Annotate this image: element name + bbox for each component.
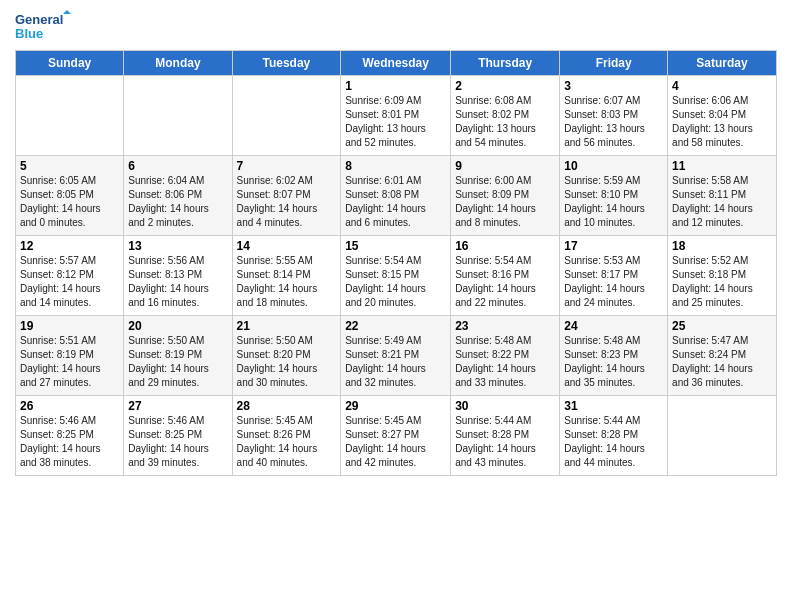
- day-info: Sunrise: 5:52 AMSunset: 8:18 PMDaylight:…: [672, 254, 772, 310]
- day-cell: 16Sunrise: 5:54 AMSunset: 8:16 PMDayligh…: [451, 236, 560, 316]
- day-info: Sunrise: 5:50 AMSunset: 8:20 PMDaylight:…: [237, 334, 337, 390]
- day-number: 12: [20, 239, 119, 253]
- day-cell: 25Sunrise: 5:47 AMSunset: 8:24 PMDayligh…: [668, 316, 777, 396]
- weekday-header-thursday: Thursday: [451, 51, 560, 76]
- svg-text:Blue: Blue: [15, 26, 43, 41]
- day-number: 23: [455, 319, 555, 333]
- day-cell: 10Sunrise: 5:59 AMSunset: 8:10 PMDayligh…: [560, 156, 668, 236]
- day-info: Sunrise: 6:09 AMSunset: 8:01 PMDaylight:…: [345, 94, 446, 150]
- day-number: 2: [455, 79, 555, 93]
- day-cell: 19Sunrise: 5:51 AMSunset: 8:19 PMDayligh…: [16, 316, 124, 396]
- day-number: 5: [20, 159, 119, 173]
- day-number: 15: [345, 239, 446, 253]
- logo: GeneralBlue: [15, 10, 75, 42]
- day-cell: 28Sunrise: 5:45 AMSunset: 8:26 PMDayligh…: [232, 396, 341, 476]
- day-info: Sunrise: 6:01 AMSunset: 8:08 PMDaylight:…: [345, 174, 446, 230]
- day-number: 27: [128, 399, 227, 413]
- day-cell: 13Sunrise: 5:56 AMSunset: 8:13 PMDayligh…: [124, 236, 232, 316]
- svg-text:General: General: [15, 12, 63, 27]
- day-number: 20: [128, 319, 227, 333]
- header: GeneralBlue: [15, 10, 777, 42]
- day-info: Sunrise: 5:54 AMSunset: 8:16 PMDaylight:…: [455, 254, 555, 310]
- week-row-4: 19Sunrise: 5:51 AMSunset: 8:19 PMDayligh…: [16, 316, 777, 396]
- day-number: 8: [345, 159, 446, 173]
- day-cell: [16, 76, 124, 156]
- day-cell: 9Sunrise: 6:00 AMSunset: 8:09 PMDaylight…: [451, 156, 560, 236]
- day-number: 9: [455, 159, 555, 173]
- day-info: Sunrise: 5:55 AMSunset: 8:14 PMDaylight:…: [237, 254, 337, 310]
- day-cell: 26Sunrise: 5:46 AMSunset: 8:25 PMDayligh…: [16, 396, 124, 476]
- day-info: Sunrise: 5:51 AMSunset: 8:19 PMDaylight:…: [20, 334, 119, 390]
- day-cell: 31Sunrise: 5:44 AMSunset: 8:28 PMDayligh…: [560, 396, 668, 476]
- day-cell: 14Sunrise: 5:55 AMSunset: 8:14 PMDayligh…: [232, 236, 341, 316]
- day-info: Sunrise: 5:57 AMSunset: 8:12 PMDaylight:…: [20, 254, 119, 310]
- day-info: Sunrise: 5:46 AMSunset: 8:25 PMDaylight:…: [128, 414, 227, 470]
- day-cell: 6Sunrise: 6:04 AMSunset: 8:06 PMDaylight…: [124, 156, 232, 236]
- day-cell: 20Sunrise: 5:50 AMSunset: 8:19 PMDayligh…: [124, 316, 232, 396]
- day-number: 26: [20, 399, 119, 413]
- day-cell: 30Sunrise: 5:44 AMSunset: 8:28 PMDayligh…: [451, 396, 560, 476]
- week-row-1: 1Sunrise: 6:09 AMSunset: 8:01 PMDaylight…: [16, 76, 777, 156]
- day-number: 17: [564, 239, 663, 253]
- day-cell: [124, 76, 232, 156]
- day-cell: 7Sunrise: 6:02 AMSunset: 8:07 PMDaylight…: [232, 156, 341, 236]
- day-number: 28: [237, 399, 337, 413]
- day-info: Sunrise: 5:56 AMSunset: 8:13 PMDaylight:…: [128, 254, 227, 310]
- day-cell: 17Sunrise: 5:53 AMSunset: 8:17 PMDayligh…: [560, 236, 668, 316]
- day-info: Sunrise: 5:53 AMSunset: 8:17 PMDaylight:…: [564, 254, 663, 310]
- day-cell: 23Sunrise: 5:48 AMSunset: 8:22 PMDayligh…: [451, 316, 560, 396]
- day-info: Sunrise: 5:50 AMSunset: 8:19 PMDaylight:…: [128, 334, 227, 390]
- day-cell: 5Sunrise: 6:05 AMSunset: 8:05 PMDaylight…: [16, 156, 124, 236]
- weekday-header-tuesday: Tuesday: [232, 51, 341, 76]
- day-info: Sunrise: 6:08 AMSunset: 8:02 PMDaylight:…: [455, 94, 555, 150]
- day-number: 11: [672, 159, 772, 173]
- day-info: Sunrise: 6:05 AMSunset: 8:05 PMDaylight:…: [20, 174, 119, 230]
- day-info: Sunrise: 6:04 AMSunset: 8:06 PMDaylight:…: [128, 174, 227, 230]
- day-number: 18: [672, 239, 772, 253]
- day-number: 16: [455, 239, 555, 253]
- day-cell: 3Sunrise: 6:07 AMSunset: 8:03 PMDaylight…: [560, 76, 668, 156]
- weekday-header-monday: Monday: [124, 51, 232, 76]
- day-cell: 2Sunrise: 6:08 AMSunset: 8:02 PMDaylight…: [451, 76, 560, 156]
- weekday-header-friday: Friday: [560, 51, 668, 76]
- day-number: 4: [672, 79, 772, 93]
- day-info: Sunrise: 5:46 AMSunset: 8:25 PMDaylight:…: [20, 414, 119, 470]
- day-cell: 22Sunrise: 5:49 AMSunset: 8:21 PMDayligh…: [341, 316, 451, 396]
- day-number: 14: [237, 239, 337, 253]
- day-number: 19: [20, 319, 119, 333]
- day-info: Sunrise: 5:45 AMSunset: 8:27 PMDaylight:…: [345, 414, 446, 470]
- weekday-header-row: SundayMondayTuesdayWednesdayThursdayFrid…: [16, 51, 777, 76]
- day-cell: 24Sunrise: 5:48 AMSunset: 8:23 PMDayligh…: [560, 316, 668, 396]
- day-cell: [668, 396, 777, 476]
- day-info: Sunrise: 6:00 AMSunset: 8:09 PMDaylight:…: [455, 174, 555, 230]
- weekday-header-saturday: Saturday: [668, 51, 777, 76]
- day-cell: 12Sunrise: 5:57 AMSunset: 8:12 PMDayligh…: [16, 236, 124, 316]
- day-info: Sunrise: 5:58 AMSunset: 8:11 PMDaylight:…: [672, 174, 772, 230]
- day-info: Sunrise: 6:06 AMSunset: 8:04 PMDaylight:…: [672, 94, 772, 150]
- day-info: Sunrise: 5:47 AMSunset: 8:24 PMDaylight:…: [672, 334, 772, 390]
- weekday-header-wednesday: Wednesday: [341, 51, 451, 76]
- day-number: 7: [237, 159, 337, 173]
- day-cell: 4Sunrise: 6:06 AMSunset: 8:04 PMDaylight…: [668, 76, 777, 156]
- day-number: 22: [345, 319, 446, 333]
- day-number: 25: [672, 319, 772, 333]
- generalblue-logo-icon: GeneralBlue: [15, 10, 75, 42]
- day-cell: 29Sunrise: 5:45 AMSunset: 8:27 PMDayligh…: [341, 396, 451, 476]
- day-info: Sunrise: 5:59 AMSunset: 8:10 PMDaylight:…: [564, 174, 663, 230]
- day-info: Sunrise: 5:45 AMSunset: 8:26 PMDaylight:…: [237, 414, 337, 470]
- day-number: 10: [564, 159, 663, 173]
- day-number: 3: [564, 79, 663, 93]
- day-number: 31: [564, 399, 663, 413]
- day-number: 1: [345, 79, 446, 93]
- day-info: Sunrise: 5:44 AMSunset: 8:28 PMDaylight:…: [564, 414, 663, 470]
- day-cell: [232, 76, 341, 156]
- day-cell: 8Sunrise: 6:01 AMSunset: 8:08 PMDaylight…: [341, 156, 451, 236]
- day-info: Sunrise: 6:02 AMSunset: 8:07 PMDaylight:…: [237, 174, 337, 230]
- week-row-3: 12Sunrise: 5:57 AMSunset: 8:12 PMDayligh…: [16, 236, 777, 316]
- day-cell: 27Sunrise: 5:46 AMSunset: 8:25 PMDayligh…: [124, 396, 232, 476]
- day-cell: 11Sunrise: 5:58 AMSunset: 8:11 PMDayligh…: [668, 156, 777, 236]
- page: GeneralBlue SundayMondayTuesdayWednesday…: [0, 0, 792, 612]
- day-info: Sunrise: 5:48 AMSunset: 8:22 PMDaylight:…: [455, 334, 555, 390]
- day-info: Sunrise: 5:49 AMSunset: 8:21 PMDaylight:…: [345, 334, 446, 390]
- day-info: Sunrise: 5:44 AMSunset: 8:28 PMDaylight:…: [455, 414, 555, 470]
